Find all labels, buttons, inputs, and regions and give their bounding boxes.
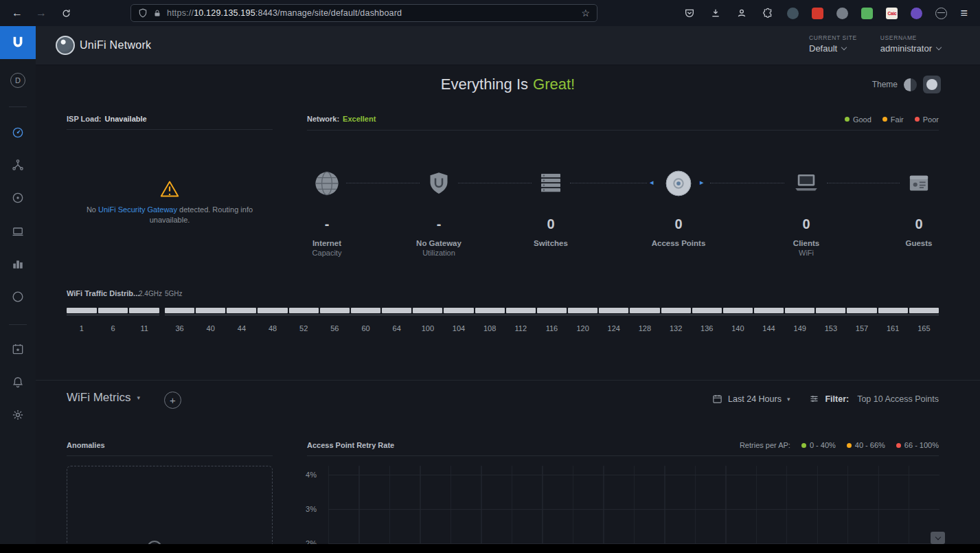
clients-laptop-icon [791,169,821,198]
channel-utilization-bar [754,308,784,313]
unifi-logo[interactable] [0,26,36,59]
channel-number: 36 [165,324,194,332]
unifi-network-logo [56,36,75,55]
account-button[interactable] [735,7,748,20]
reload-icon [61,8,71,19]
legend-label: Fair [891,115,904,124]
gridline [328,475,939,475]
channel-number: 136 [692,324,722,332]
site-badge[interactable]: D [10,73,25,88]
back-button[interactable]: ← [9,5,25,21]
sidebar-item-alerts[interactable] [0,372,36,392]
wifi-metrics-dropdown[interactable]: WiFi Metrics▾ [67,391,140,405]
unifi-u-icon [10,35,25,50]
channel-utilization-bar [909,308,939,313]
filter-control[interactable]: Filter:Top 10 Access Points [809,394,939,404]
channel-utilization-bar [382,308,411,313]
channel-group-5ghz: 36 40 44 48 52 56 60 [165,308,939,332]
tracking-protection-shield-icon[interactable] [138,8,148,18]
browser-toolbar: ← → https://10.129.135.195:8443/manage/s… [0,0,980,26]
retry-rate-header: Access Point Retry Rate Retries per AP: … [307,441,939,456]
legend-dot-icon [915,117,920,122]
theme-toggle-light[interactable] [923,76,941,93]
map-circle-icon [11,290,25,304]
channel-utilization-bar [568,308,597,313]
node-guests[interactable]: 0 Guests [871,165,967,249]
events-calendar-star-icon [11,342,25,356]
topology-icon [11,158,25,172]
sidebar-item-topology[interactable] [0,155,36,174]
filter-value: Top 10 Access Points [857,394,939,404]
node-switches[interactable]: 0 Switches [503,165,599,249]
theme-toggle-dark[interactable] [904,78,917,91]
channel-number: 120 [568,324,597,332]
reload-button[interactable] [58,5,74,21]
band-2-4ghz-label: 2.4GHz [139,290,162,297]
channel-number: 149 [785,324,814,332]
globe-extension-button[interactable] [935,8,947,19]
network-label: Network: [307,115,339,123]
sidebar-item-devices[interactable] [0,188,36,207]
current-site-value: Default [809,43,837,54]
scroll-down-button[interactable] [931,532,945,544]
extension-button[interactable] [836,8,848,19]
channel-utilization-bar [129,308,159,313]
menu-button[interactable]: ≡ [960,7,968,19]
sidebar-item-settings[interactable] [0,405,36,425]
anomalies-title: Anomalies [67,441,105,449]
node-internet[interactable]: - Internet Capacity [279,165,375,257]
extension-button[interactable] [812,8,823,19]
gear-icon [11,408,25,422]
channel-cell: 36 [165,308,194,332]
node-gateway[interactable]: - No Gateway Utilization [391,165,487,257]
legend-dot-icon [845,117,850,122]
channel-number: 116 [537,324,567,332]
url-bar[interactable]: https://10.129.135.195:8443/manage/site/… [130,4,597,22]
downloads-button[interactable] [709,7,722,20]
channel-cell: 11 [129,308,159,332]
url-protocol: https:// [167,8,194,18]
app-title: UniFi Network [80,39,151,52]
node-label: Internet [279,239,375,247]
extensions-puzzle-button[interactable] [761,7,774,20]
extension-button[interactable] [861,8,873,19]
chevron-down-icon [841,45,847,50]
sidebar-item-statistics[interactable] [0,254,36,273]
node-access-points[interactable]: 0 Access Points [630,165,727,249]
sidebar-item-clients[interactable] [0,222,36,241]
sidebar-item-events[interactable] [0,339,36,359]
forward-button[interactable]: → [33,5,49,21]
channel-baseline [165,315,939,315]
current-site-selector[interactable]: CURRENT SITE Default [809,34,857,54]
add-widget-button[interactable]: + [164,392,181,409]
node-value: 0 [871,216,967,232]
channel-number: 11 [129,324,159,332]
pocket-button[interactable] [683,7,696,20]
sidebar-item-dashboard[interactable] [0,123,36,142]
extension-button[interactable] [787,8,799,19]
channel-utilization-bar [444,308,473,313]
channel-utilization-bar [847,308,876,313]
channel-cell: 6 [98,308,128,332]
anomalies-empty-box [67,466,273,544]
bookmark-star-icon[interactable]: ☆ [581,8,590,19]
legend-dot-icon [801,443,806,448]
isp-load-header: ISP Load: Unavailable [67,115,273,130]
channel-number: 165 [909,324,939,332]
legend-label: Poor [923,115,939,124]
node-clients[interactable]: 0 Clients WiFi [758,165,854,257]
bottom-strip [0,544,980,553]
extension-button[interactable]: Caic [886,8,898,19]
wifi-traffic-title: WiFi Traffic Distrib... [67,289,139,297]
unifi-security-gateway-link[interactable]: UniFi Security Gateway [98,205,177,214]
sidebar-item-map[interactable] [0,287,36,306]
extension-button[interactable] [911,8,922,19]
time-range-selector[interactable]: Last 24 Hours ▾ [712,394,790,404]
url-text: https://10.129.135.195:8443/manage/site/… [167,8,576,18]
switch-icon [536,169,566,198]
https-lock-icon[interactable] [153,9,161,18]
username-selector[interactable]: USERNAME administrator [880,34,941,54]
channel-cell: 140 [723,308,753,332]
channel-cell: 132 [661,308,691,332]
username-value: administrator [880,43,932,54]
